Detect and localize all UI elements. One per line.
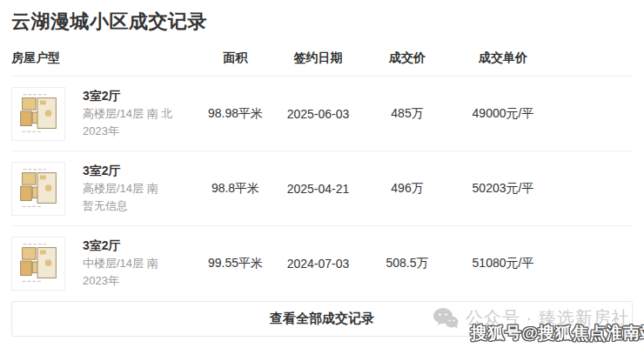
table-header-row: 房屋户型 面积 签约日期 成交价 成交单价 [11, 50, 633, 77]
area-cell: 99.55平米 [194, 256, 277, 271]
unit-price-cell: 49000元/平 [455, 106, 551, 122]
header-unit-price: 成交单价 [455, 50, 551, 66]
view-all-button[interactable]: 查看全部成交记录 [11, 301, 633, 337]
floor-info: 高楼层/14层 南 [83, 180, 158, 197]
page-title: 云湖漫城小区成交记录 [11, 10, 633, 33]
floor-info: 高楼层/14层 南 北 [83, 105, 172, 123]
extra-info: 2023年 [83, 123, 172, 140]
floor-info: 中楼层/14层 南 [83, 255, 158, 272]
header-area: 面积 [194, 50, 277, 66]
floor-plan-thumbnail[interactable] [11, 237, 65, 291]
header-sign-date: 签约日期 [277, 50, 359, 66]
header-price: 成交价 [359, 50, 455, 66]
area-cell: 98.98平米 [194, 106, 277, 122]
floor-plan-thumbnail[interactable] [11, 162, 65, 216]
unit-type: 3室2厅 [83, 238, 158, 253]
sign-date-cell: 2025-06-03 [277, 107, 359, 121]
floor-plan-image [12, 88, 64, 140]
price-cell: 508.5万 [359, 256, 455, 271]
header-unit-type: 房屋户型 [11, 50, 194, 66]
unit-price-cell: 50203元/平 [455, 181, 551, 197]
price-cell: 485万 [359, 106, 455, 122]
transaction-records-page: 云湖漫城小区成交记录 房屋户型 面积 签约日期 成交价 成交单价 [0, 0, 644, 337]
table-row[interactable]: 3室2厅 高楼层/14层 南 暂无信息 98.8平米 2025-04-21 49… [11, 151, 633, 226]
unit-type: 3室2厅 [83, 88, 172, 104]
table-row[interactable]: 3室2厅 高楼层/14层 南 北 2023年 98.98平米 2025-06-0… [11, 77, 633, 151]
area-cell: 98.8平米 [194, 181, 277, 197]
unit-price-cell: 51080元/平 [455, 256, 551, 271]
extra-info: 2023年 [83, 272, 158, 290]
extra-info: 暂无信息 [83, 197, 158, 215]
table-row[interactable]: 3室2厅 中楼层/14层 南 2023年 99.55平米 2024-07-03 … [11, 226, 633, 301]
price-cell: 496万 [359, 181, 455, 197]
floor-plan-thumbnail[interactable] [11, 87, 65, 141]
sign-date-cell: 2024-07-03 [277, 257, 359, 271]
floor-plan-image [12, 238, 64, 290]
floor-plan-image [12, 163, 64, 215]
unit-type: 3室2厅 [83, 163, 158, 178]
sign-date-cell: 2025-04-21 [277, 182, 359, 196]
